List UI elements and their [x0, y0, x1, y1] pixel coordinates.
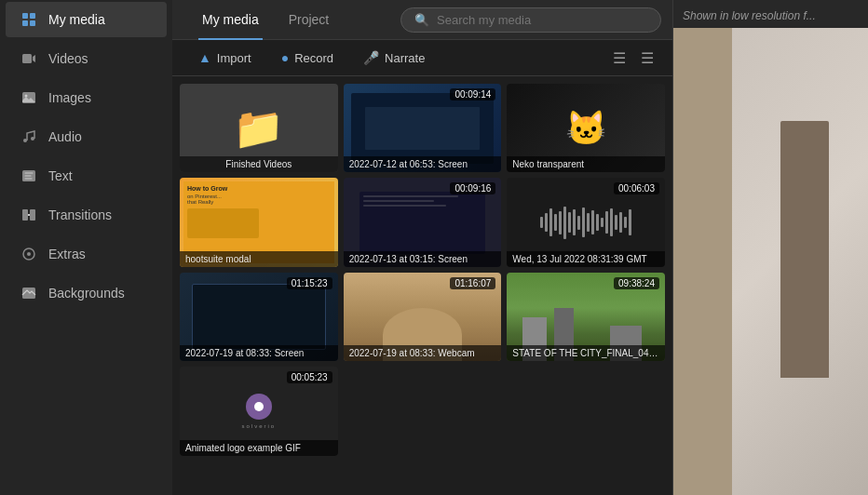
filter-icons: ☰ ☰	[609, 47, 658, 69]
filter-icon[interactable]: ☰	[637, 47, 658, 69]
list-item[interactable]: 00:06:03 Wed, 13 Jul 2022 08:31:39 GMT	[507, 178, 665, 266]
tab-project[interactable]: Project	[285, 1, 333, 40]
sidebar-item-text[interactable]: Text	[6, 158, 167, 194]
list-item[interactable]: solverio 00:05:23 Animated logo example …	[180, 367, 338, 455]
svg-rect-1	[30, 13, 35, 19]
tab-my-media[interactable]: My media	[198, 1, 263, 40]
record-icon: ●	[281, 50, 289, 65]
list-item[interactable]: How to Grow on Pinterest... that Really …	[180, 178, 338, 266]
tabs: My media Project	[183, 0, 347, 39]
media-duration: 00:09:14	[450, 88, 495, 100]
media-label: 2022-07-19 at 08:33: Screen	[180, 345, 338, 361]
media-label: Neko transparent	[507, 156, 665, 172]
media-label: Animated logo example GIF	[180, 440, 338, 456]
sidebar-item-label: Videos	[48, 51, 88, 66]
right-panel-preview	[673, 28, 868, 495]
svg-rect-11	[30, 209, 35, 221]
svg-rect-4	[22, 54, 32, 63]
media-duration: 00:09:16	[450, 182, 495, 194]
sidebar: My media Videos Images Aud	[0, 0, 172, 495]
list-item[interactable]: 09:38:24 STATE OF THE CITY_FINAL_04_...	[507, 273, 665, 361]
right-panel-text: Shown in low resolution f...	[673, 0, 868, 28]
media-duration: 00:06:03	[614, 182, 659, 194]
import-label: Import	[217, 51, 251, 65]
grid-icon	[20, 11, 37, 28]
sidebar-item-label: Audio	[48, 129, 82, 144]
sidebar-item-label: My media	[48, 12, 105, 27]
list-item[interactable]: 00:09:14 2022-07-12 at 06:53: Screen	[344, 84, 502, 172]
image-icon	[20, 89, 37, 106]
backgrounds-icon	[20, 285, 37, 301]
media-label: Finished Videos	[180, 156, 338, 172]
sidebar-item-label: Extras	[48, 247, 86, 261]
list-item[interactable]: 01:15:23 2022-07-19 at 08:33: Screen	[180, 273, 338, 361]
media-duration: 09:38:24	[614, 277, 659, 289]
svg-rect-2	[22, 20, 28, 26]
microphone-icon: 🎤	[363, 50, 379, 65]
music-icon	[20, 128, 37, 145]
upload-icon: ▲	[198, 50, 211, 65]
media-duration: 01:16:07	[450, 277, 495, 289]
media-label: hootsuite modal	[180, 251, 338, 267]
sidebar-item-backgrounds[interactable]: Backgrounds	[6, 275, 167, 311]
text-icon	[20, 167, 37, 184]
svg-rect-0	[22, 13, 28, 19]
media-label: 2022-07-19 at 08:33: Webcam	[344, 345, 502, 361]
sidebar-item-label: Text	[48, 168, 73, 183]
header: My media Project 🔍	[172, 0, 672, 40]
svg-rect-3	[30, 20, 35, 26]
sidebar-item-my-media[interactable]: My media	[6, 2, 167, 37]
media-duration: 00:05:23	[287, 371, 332, 383]
main-content: My media Project 🔍 ▲ Import ● Record 🎤 N…	[172, 0, 672, 495]
sidebar-item-label: Images	[48, 90, 91, 105]
search-icon: 🔍	[414, 13, 429, 27]
media-grid-area: 📁 Finished Videos 00:09:14 2022-07-12 at…	[172, 76, 672, 495]
list-item[interactable]: 📁 Finished Videos	[180, 84, 338, 172]
transitions-icon	[20, 207, 37, 223]
narrate-label: Narrate	[385, 51, 425, 65]
record-label: Record	[294, 51, 333, 65]
search-box[interactable]: 🔍	[400, 7, 661, 33]
svg-point-7	[23, 139, 27, 142]
door-decoration	[780, 121, 829, 378]
svg-rect-10	[22, 209, 28, 221]
svg-point-8	[31, 137, 34, 140]
extras-icon	[20, 246, 37, 262]
svg-point-13	[27, 252, 31, 256]
sidebar-item-images[interactable]: Images	[6, 80, 167, 115]
audio-wave	[540, 204, 631, 241]
media-duration: 01:15:23	[287, 277, 332, 289]
media-grid: 📁 Finished Videos 00:09:14 2022-07-12 at…	[180, 84, 665, 456]
record-button[interactable]: ● Record	[270, 46, 345, 70]
sidebar-item-transitions[interactable]: Transitions	[6, 197, 167, 233]
wall-decoration	[673, 28, 732, 495]
folder-icon: 📁	[233, 104, 284, 153]
list-item[interactable]: 🐱 Neko transparent	[507, 84, 665, 172]
sidebar-item-extras[interactable]: Extras	[6, 236, 167, 272]
import-button[interactable]: ▲ Import	[187, 46, 263, 70]
preview-thumbnail	[673, 28, 868, 495]
sidebar-item-label: Backgrounds	[48, 286, 125, 301]
sort-icon[interactable]: ☰	[609, 47, 630, 69]
media-label: STATE OF THE CITY_FINAL_04_...	[507, 345, 665, 361]
sidebar-item-videos[interactable]: Videos	[6, 41, 167, 76]
right-panel: Shown in low resolution f...	[672, 0, 868, 495]
narrate-button[interactable]: 🎤 Narrate	[352, 46, 436, 70]
list-item[interactable]: 01:16:07 2022-07-19 at 08:33: Webcam	[344, 273, 502, 361]
toolbar: ▲ Import ● Record 🎤 Narrate ☰ ☰	[172, 40, 672, 76]
sidebar-item-audio[interactable]: Audio	[6, 119, 167, 154]
media-label: 2022-07-12 at 06:53: Screen	[344, 156, 502, 172]
media-label: Wed, 13 Jul 2022 08:31:39 GMT	[507, 251, 665, 267]
media-label: 2022-07-13 at 03:15: Screen	[344, 251, 502, 267]
list-item[interactable]: 00:09:16 2022-07-13 at 03:15: Screen	[344, 178, 502, 266]
search-input[interactable]	[437, 13, 647, 27]
sidebar-item-label: Transitions	[48, 207, 112, 222]
video-icon	[20, 50, 37, 67]
